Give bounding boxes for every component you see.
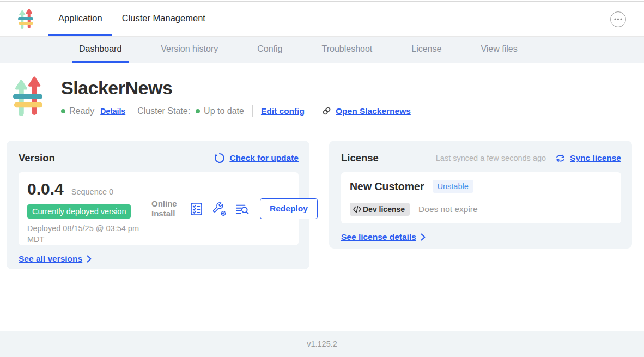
main-content: SlackerNews Ready Details Cluster State:… bbox=[0, 63, 644, 331]
subtab-view-files[interactable]: View files bbox=[473, 37, 524, 63]
tab-application[interactable]: Application bbox=[48, 2, 112, 36]
version-card-header: Version Check for update bbox=[19, 152, 299, 165]
last-synced-label: Last synced a few seconds ago bbox=[436, 154, 546, 162]
deployed-status-badge: Currently deployed version bbox=[27, 204, 131, 219]
sequence-label: Sequence 0 bbox=[71, 187, 113, 196]
subtab-config-label: Config bbox=[257, 44, 282, 54]
cluster-state-dot bbox=[196, 109, 200, 113]
ellipsis-icon bbox=[614, 18, 622, 20]
page: Application Cluster Management Dashboard… bbox=[0, 0, 644, 357]
current-version-panel: 0.0.4 Sequence 0 Currently deployed vers… bbox=[19, 172, 299, 245]
tab-application-label: Application bbox=[58, 13, 102, 23]
slackernews-logo-icon bbox=[17, 9, 34, 30]
version-number: 0.0.4 bbox=[27, 180, 64, 198]
deploy-logs-magnifier-icon[interactable] bbox=[235, 202, 250, 216]
version-info: 0.0.4 Sequence 0 Currently deployed vers… bbox=[27, 180, 148, 245]
check-for-update-label: Check for update bbox=[229, 153, 299, 163]
subtab-version-history[interactable]: Version history bbox=[154, 37, 225, 63]
dashboard-cards: Version Check for update 0.0.4 Sequence bbox=[7, 141, 644, 269]
chevron-right-icon bbox=[421, 233, 426, 241]
preflight-checklist-icon[interactable] bbox=[189, 202, 204, 216]
subtab-license-label: License bbox=[411, 44, 441, 54]
see-all-versions-link[interactable]: See all versions bbox=[19, 254, 92, 264]
page-title: SlackerNews bbox=[61, 77, 411, 99]
app-header: SlackerNews Ready Details Cluster State:… bbox=[0, 63, 644, 121]
link-chain-icon bbox=[321, 106, 332, 116]
license-type-label: Dev license bbox=[363, 205, 405, 214]
customer-name: New Customer bbox=[350, 180, 424, 193]
divider bbox=[252, 105, 253, 117]
edit-config-link[interactable]: Edit config bbox=[261, 106, 305, 116]
top-tabs: Application Cluster Management bbox=[48, 2, 215, 36]
app-status-dot bbox=[61, 109, 65, 113]
license-info-panel: New Customer Unstable Dev license bbox=[341, 172, 621, 223]
slackernews-logo-icon bbox=[12, 76, 44, 119]
cluster-state-value: Up to date bbox=[204, 106, 244, 116]
open-app-link[interactable]: Open Slackernews bbox=[321, 106, 411, 116]
license-card-header: License Last synced a few seconds ago Sy… bbox=[341, 152, 621, 165]
subtab-version-history-label: Version history bbox=[161, 44, 218, 54]
sync-arrows-icon bbox=[555, 153, 566, 164]
license-type-badge: Dev license bbox=[350, 203, 410, 216]
license-card: License Last synced a few seconds ago Sy… bbox=[329, 141, 632, 249]
app-header-text: SlackerNews Ready Details Cluster State:… bbox=[61, 76, 411, 121]
install-type-label: Online Install bbox=[151, 199, 181, 218]
see-license-details-label: See license details bbox=[341, 232, 416, 242]
app-logo-small bbox=[17, 2, 34, 36]
subtab-config[interactable]: Config bbox=[250, 37, 289, 63]
status-details-link[interactable]: Details bbox=[100, 107, 125, 116]
code-brackets-icon bbox=[353, 206, 361, 213]
overflow-menu-button[interactable] bbox=[610, 11, 626, 27]
console-version: v1.125.2 bbox=[307, 340, 337, 348]
top-nav: Application Cluster Management bbox=[0, 2, 644, 37]
sync-license-label: Sync license bbox=[570, 153, 621, 163]
subtab-dashboard[interactable]: Dashboard bbox=[72, 37, 129, 63]
config-wrench-gear-icon[interactable] bbox=[212, 202, 227, 216]
cluster-state-label: Cluster State: bbox=[137, 106, 190, 116]
license-expiry: Does not expire bbox=[418, 204, 478, 214]
version-card: Version Check for update 0.0.4 Sequence bbox=[7, 141, 309, 269]
subtab-view-files-label: View files bbox=[481, 44, 517, 54]
channel-badge: Unstable bbox=[433, 180, 473, 193]
app-status-label: Ready bbox=[69, 106, 94, 116]
refresh-icon bbox=[214, 153, 225, 164]
see-all-versions-label: See all versions bbox=[19, 254, 82, 264]
app-status-row: Ready Details Cluster State: Up to date … bbox=[61, 105, 411, 117]
check-for-update-link[interactable]: Check for update bbox=[214, 153, 299, 164]
sync-license-link[interactable]: Sync license bbox=[555, 153, 621, 164]
app-logo-large bbox=[12, 76, 44, 121]
license-card-title: License bbox=[341, 152, 379, 164]
open-app-link-label: Open Slackernews bbox=[336, 106, 411, 116]
tab-cluster-management[interactable]: Cluster Management bbox=[112, 2, 215, 36]
tab-cluster-management-label: Cluster Management bbox=[122, 13, 205, 23]
subtab-troubleshoot[interactable]: Troubleshoot bbox=[314, 37, 379, 63]
subtab-license[interactable]: License bbox=[404, 37, 448, 63]
footer: v1.125.2 bbox=[0, 331, 644, 357]
divider bbox=[313, 105, 313, 117]
redeploy-button[interactable]: Redeploy bbox=[260, 198, 318, 219]
see-license-details-link[interactable]: See license details bbox=[341, 232, 426, 242]
version-actions: Online Install bbox=[151, 198, 318, 219]
app-sub-nav: Dashboard Version history Config Trouble… bbox=[0, 37, 644, 63]
subtab-dashboard-label: Dashboard bbox=[79, 44, 121, 54]
version-card-title: Version bbox=[19, 152, 55, 164]
subtab-troubleshoot-label: Troubleshoot bbox=[321, 44, 372, 54]
deployed-timestamp: Deployed 08/15/25 @ 03:54 pm MDT bbox=[27, 223, 145, 245]
chevron-right-icon bbox=[87, 255, 92, 263]
